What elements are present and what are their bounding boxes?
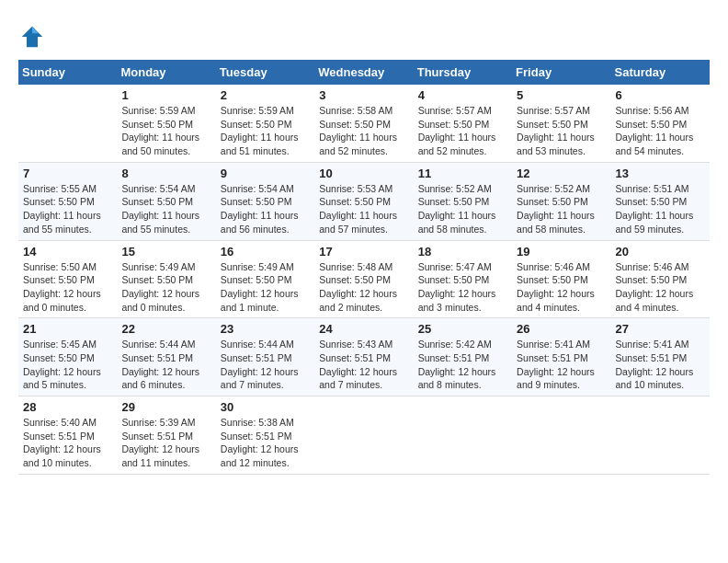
day-info: Sunrise: 5:57 AM Sunset: 5:50 PM Dayligh… (418, 104, 507, 158)
day-number: 15 (121, 245, 210, 259)
week-row-4: 21Sunrise: 5:45 AM Sunset: 5:50 PM Dayli… (18, 318, 710, 396)
calendar-cell: 13Sunrise: 5:51 AM Sunset: 5:50 PM Dayli… (611, 162, 710, 240)
calendar-table: SundayMondayTuesdayWednesdayThursdayFrid… (18, 60, 710, 475)
weekday-header-tuesday: Tuesday (216, 60, 314, 85)
day-number: 3 (319, 88, 408, 102)
day-number: 12 (517, 167, 606, 180)
day-number: 19 (517, 245, 606, 259)
calendar-cell: 26Sunrise: 5:41 AM Sunset: 5:51 PM Dayli… (512, 318, 610, 396)
day-info: Sunrise: 5:44 AM Sunset: 5:51 PM Dayligh… (121, 338, 210, 392)
day-number: 20 (616, 245, 705, 259)
calendar-cell: 19Sunrise: 5:46 AM Sunset: 5:50 PM Dayli… (512, 240, 610, 318)
week-row-2: 7Sunrise: 5:55 AM Sunset: 5:50 PM Daylig… (18, 162, 710, 240)
weekday-header-monday: Monday (117, 60, 215, 85)
day-number: 17 (319, 245, 408, 259)
day-number: 8 (121, 167, 210, 180)
calendar-cell: 30Sunrise: 5:38 AM Sunset: 5:51 PM Dayli… (216, 396, 314, 475)
day-info: Sunrise: 5:54 AM Sunset: 5:50 PM Dayligh… (221, 182, 310, 236)
logo (18, 23, 50, 51)
day-info: Sunrise: 5:48 AM Sunset: 5:50 PM Dayligh… (319, 260, 408, 315)
day-number: 22 (121, 322, 210, 336)
day-number: 10 (319, 167, 408, 180)
day-info: Sunrise: 5:56 AM Sunset: 5:50 PM Dayligh… (616, 104, 705, 158)
day-info: Sunrise: 5:40 AM Sunset: 5:51 PM Dayligh… (23, 416, 112, 470)
calendar-cell: 29Sunrise: 5:39 AM Sunset: 5:51 PM Dayli… (117, 396, 215, 475)
day-number: 23 (221, 322, 310, 336)
calendar-cell: 22Sunrise: 5:44 AM Sunset: 5:51 PM Dayli… (117, 318, 215, 396)
calendar-cell: 15Sunrise: 5:49 AM Sunset: 5:50 PM Dayli… (117, 240, 215, 318)
day-info: Sunrise: 5:55 AM Sunset: 5:50 PM Dayligh… (23, 182, 112, 236)
calendar-cell: 12Sunrise: 5:52 AM Sunset: 5:50 PM Dayli… (512, 162, 610, 240)
weekday-header-wednesday: Wednesday (314, 60, 413, 85)
calendar-cell: 16Sunrise: 5:49 AM Sunset: 5:50 PM Dayli… (216, 240, 314, 318)
calendar-cell: 9Sunrise: 5:54 AM Sunset: 5:50 PM Daylig… (216, 162, 314, 240)
calendar-cell: 3Sunrise: 5:58 AM Sunset: 5:50 PM Daylig… (314, 85, 413, 162)
day-info: Sunrise: 5:53 AM Sunset: 5:50 PM Dayligh… (319, 182, 408, 236)
day-number: 14 (23, 245, 112, 259)
day-number: 1 (121, 88, 210, 102)
day-number: 6 (616, 88, 705, 102)
calendar-cell: 7Sunrise: 5:55 AM Sunset: 5:50 PM Daylig… (18, 162, 117, 240)
day-info: Sunrise: 5:41 AM Sunset: 5:51 PM Dayligh… (517, 338, 606, 392)
day-number: 5 (517, 88, 606, 102)
weekday-header-thursday: Thursday (414, 60, 512, 85)
day-info: Sunrise: 5:38 AM Sunset: 5:51 PM Dayligh… (221, 416, 310, 470)
calendar-cell: 10Sunrise: 5:53 AM Sunset: 5:50 PM Dayli… (314, 162, 413, 240)
svg-marker-1 (32, 27, 40, 34)
day-number: 18 (418, 245, 507, 259)
calendar-cell: 5Sunrise: 5:57 AM Sunset: 5:50 PM Daylig… (512, 85, 610, 162)
day-number: 25 (418, 322, 507, 336)
calendar-cell: 24Sunrise: 5:43 AM Sunset: 5:51 PM Dayli… (314, 318, 413, 396)
day-number: 28 (23, 400, 112, 414)
weekday-header-friday: Friday (512, 60, 610, 85)
calendar-cell (414, 396, 512, 475)
day-number: 21 (23, 322, 112, 336)
day-number: 30 (221, 400, 310, 414)
day-info: Sunrise: 5:44 AM Sunset: 5:51 PM Dayligh… (221, 338, 310, 392)
calendar-cell: 25Sunrise: 5:42 AM Sunset: 5:51 PM Dayli… (414, 318, 512, 396)
calendar-cell: 4Sunrise: 5:57 AM Sunset: 5:50 PM Daylig… (414, 85, 512, 162)
day-number: 26 (517, 322, 606, 336)
calendar-cell: 28Sunrise: 5:40 AM Sunset: 5:51 PM Dayli… (18, 396, 117, 475)
day-info: Sunrise: 5:50 AM Sunset: 5:50 PM Dayligh… (23, 260, 112, 315)
day-info: Sunrise: 5:43 AM Sunset: 5:51 PM Dayligh… (319, 338, 408, 392)
day-number: 9 (221, 167, 310, 180)
day-number: 13 (616, 167, 705, 180)
calendar-cell: 18Sunrise: 5:47 AM Sunset: 5:50 PM Dayli… (414, 240, 512, 318)
calendar-cell (314, 396, 413, 475)
day-info: Sunrise: 5:49 AM Sunset: 5:50 PM Dayligh… (121, 260, 210, 315)
weekday-header-saturday: Saturday (611, 60, 710, 85)
day-info: Sunrise: 5:52 AM Sunset: 5:50 PM Dayligh… (418, 182, 507, 236)
day-info: Sunrise: 5:45 AM Sunset: 5:50 PM Dayligh… (23, 338, 112, 392)
day-number: 29 (121, 400, 210, 414)
day-info: Sunrise: 5:59 AM Sunset: 5:50 PM Dayligh… (221, 104, 310, 158)
calendar-cell: 17Sunrise: 5:48 AM Sunset: 5:50 PM Dayli… (314, 240, 413, 318)
day-number: 24 (319, 322, 408, 336)
day-info: Sunrise: 5:39 AM Sunset: 5:51 PM Dayligh… (121, 416, 210, 470)
calendar-cell: 27Sunrise: 5:41 AM Sunset: 5:51 PM Dayli… (611, 318, 710, 396)
calendar-cell: 11Sunrise: 5:52 AM Sunset: 5:50 PM Dayli… (414, 162, 512, 240)
calendar-cell: 6Sunrise: 5:56 AM Sunset: 5:50 PM Daylig… (611, 85, 710, 162)
day-info: Sunrise: 5:54 AM Sunset: 5:50 PM Dayligh… (121, 182, 210, 236)
calendar-cell: 21Sunrise: 5:45 AM Sunset: 5:50 PM Dayli… (18, 318, 117, 396)
weekday-header-sunday: Sunday (18, 60, 117, 85)
calendar-cell: 20Sunrise: 5:46 AM Sunset: 5:50 PM Dayli… (611, 240, 710, 318)
day-info: Sunrise: 5:47 AM Sunset: 5:50 PM Dayligh… (418, 260, 507, 315)
day-info: Sunrise: 5:57 AM Sunset: 5:50 PM Dayligh… (517, 104, 606, 158)
week-row-1: 1Sunrise: 5:59 AM Sunset: 5:50 PM Daylig… (18, 85, 710, 162)
day-info: Sunrise: 5:51 AM Sunset: 5:50 PM Dayligh… (616, 182, 705, 236)
calendar-cell (18, 85, 117, 162)
week-row-5: 28Sunrise: 5:40 AM Sunset: 5:51 PM Dayli… (18, 396, 710, 475)
weekday-header-row: SundayMondayTuesdayWednesdayThursdayFrid… (18, 60, 710, 85)
calendar-cell: 2Sunrise: 5:59 AM Sunset: 5:50 PM Daylig… (216, 85, 314, 162)
calendar-cell: 23Sunrise: 5:44 AM Sunset: 5:51 PM Dayli… (216, 318, 314, 396)
calendar-cell: 14Sunrise: 5:50 AM Sunset: 5:50 PM Dayli… (18, 240, 117, 318)
day-info: Sunrise: 5:59 AM Sunset: 5:50 PM Dayligh… (121, 104, 210, 158)
day-number: 2 (221, 88, 310, 102)
calendar-cell: 1Sunrise: 5:59 AM Sunset: 5:50 PM Daylig… (117, 85, 215, 162)
week-row-3: 14Sunrise: 5:50 AM Sunset: 5:50 PM Dayli… (18, 240, 710, 318)
day-info: Sunrise: 5:41 AM Sunset: 5:51 PM Dayligh… (616, 338, 705, 392)
day-info: Sunrise: 5:58 AM Sunset: 5:50 PM Dayligh… (319, 104, 408, 158)
day-info: Sunrise: 5:46 AM Sunset: 5:50 PM Dayligh… (616, 260, 705, 315)
header (18, 18, 710, 51)
